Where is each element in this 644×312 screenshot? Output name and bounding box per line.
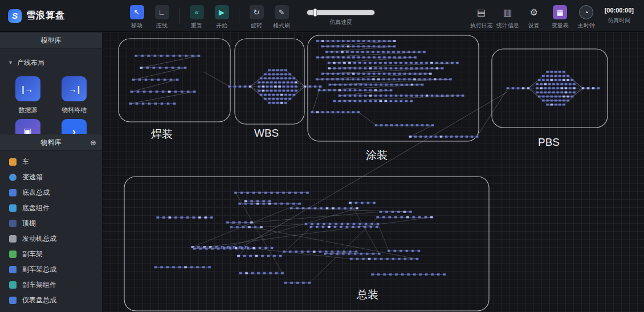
toolbar-separator [179, 7, 180, 24]
simulation-speed-control: 仿真速度 [307, 5, 375, 26]
statistics-button[interactable]: ▥ 统计信息 [496, 2, 519, 30]
simulation-time-value: [00:00:00] [605, 7, 634, 14]
model-library-header: 模型库 [0, 32, 102, 49]
format-painter-icon: ✎ [275, 5, 289, 19]
material-item-roof[interactable]: 顶棚 [0, 216, 102, 231]
chassis-component-icon [9, 204, 17, 212]
logo: S 雪浪算盘 [0, 9, 103, 23]
material-item-chassis-assembly[interactable]: 底盘总成 [0, 185, 102, 200]
material-item-chassis-component[interactable]: 底盘组件 [0, 200, 102, 216]
connect-line-icon: ∟ [155, 5, 169, 19]
move-tool-button[interactable]: ↖ 移动 [125, 2, 148, 30]
region-painting[interactable]: 涂装 [308, 35, 479, 161]
material-library-header: 物料库 ⊕ [0, 134, 102, 151]
region-label-painting: 涂装 [366, 149, 388, 161]
execution-log-button[interactable]: ▤ 执行日志 [470, 2, 493, 30]
model-item-grid: |→ 数据源 →| 物料终结 [0, 73, 102, 119]
add-material-icon[interactable]: ⊕ [90, 138, 96, 147]
region-pbs[interactable]: PBS [492, 49, 608, 148]
model-item-material-end[interactable]: →| 物料终结 [62, 76, 87, 114]
material-item-dashboard-assembly[interactable]: 仪表盘总成 [0, 293, 102, 308]
material-item-subframe[interactable]: 副车架 [0, 247, 102, 262]
material-item-car[interactable]: 车 [0, 154, 102, 170]
model-item-partial[interactable]: ▣ [15, 119, 40, 134]
clock-icon: ◔ [579, 5, 593, 19]
model-item-grid-partial: ▣ › [0, 119, 102, 134]
material-item-engine-assembly[interactable]: 发动机总成 [0, 231, 102, 247]
subframe-icon [9, 251, 17, 258]
tool-group-right: ▤ 执行日志 ▥ 统计信息 ⚙ 设置 ▦ 变量表 ◔ 主时钟 [00:00:00… [470, 2, 644, 30]
move-cursor-icon: ↖ [130, 5, 144, 19]
main-clock-button[interactable]: ◔ 主时钟 [575, 2, 598, 30]
model-item-partial[interactable]: › [62, 119, 87, 134]
start-button[interactable]: ▶ 开始 [210, 2, 233, 30]
region-outline-assembly [124, 176, 489, 311]
region-assembly[interactable]: 总装 [124, 176, 489, 311]
region-outline-wbs [235, 39, 304, 124]
dashboard-assembly-icon [9, 297, 17, 304]
simulation-canvas[interactable]: 焊装WBS涂装PBS总装 [103, 32, 644, 312]
simulation-time-label: 仿真时间 [608, 17, 630, 24]
gearbox-icon [9, 174, 17, 181]
statistics-icon: ▥ [500, 5, 515, 19]
datasource-icon: |→ [15, 76, 40, 101]
material-item-gearbox[interactable]: 变速箱 [0, 170, 102, 185]
logo-icon: S [8, 9, 22, 23]
simulation-speed-label: 仿真速度 [329, 18, 352, 26]
variable-table-button[interactable]: ▦ 变量表 [549, 2, 572, 30]
chassis-assembly-icon [9, 189, 17, 196]
reset-button[interactable]: « 重置 [185, 2, 208, 30]
simulation-time-display: [00:00:00] 仿真时间 [605, 2, 634, 24]
region-label-assembly: 总装 [356, 289, 378, 301]
gear-icon: ⚙ [527, 5, 541, 19]
region-label-welding: 焊装 [151, 128, 173, 140]
group-production-layout[interactable]: ▼ 产线布局 [0, 52, 102, 73]
app-window: S 雪浪算盘 ↖ 移动 ∟ 连线 « 重置 ▶ 开始 [0, 0, 644, 312]
engine-icon [9, 235, 17, 243]
tool-group-select: ↖ 移动 ∟ 连线 [125, 2, 173, 30]
variable-table-icon: ▦ [553, 5, 567, 19]
simulation-speed-slider[interactable] [307, 10, 375, 15]
logo-text: 雪浪算盘 [26, 10, 65, 22]
connect-tool-button[interactable]: ∟ 连线 [150, 2, 173, 30]
slider-handle[interactable] [313, 9, 317, 17]
toolbar-separator [239, 7, 239, 24]
material-list: 车 变速箱 底盘总成 底盘组件 顶棚 [0, 151, 102, 312]
chevron-down-icon: ▼ [8, 60, 13, 65]
play-icon: ▶ [215, 5, 229, 19]
material-item-subframe-component[interactable]: 副车架组件 [0, 277, 102, 293]
format-painter-button[interactable]: ✎ 格式刷 [270, 2, 293, 30]
roof-icon [9, 220, 17, 227]
rotate-button[interactable]: ↻ 旋转 [245, 2, 268, 30]
top-toolbar: S 雪浪算盘 ↖ 移动 ∟ 连线 « 重置 ▶ 开始 [0, 0, 644, 32]
reset-icon: « [190, 5, 204, 19]
material-end-icon: →| [62, 76, 87, 101]
region-welding[interactable]: 焊装 [119, 39, 230, 140]
document-icon: ▤ [474, 5, 488, 19]
left-sidebar: 模型库 ▼ 产线布局 |→ 数据源 →| 物料终结 ▣ › [0, 32, 103, 312]
tool-group-edit: ↻ 旋转 ✎ 格式刷 [245, 2, 293, 30]
region-label-pbs: PBS [538, 136, 560, 148]
tool-group-playback: « 重置 ▶ 开始 [185, 2, 233, 30]
car-icon [9, 158, 17, 166]
material-item-subframe-assembly[interactable]: 副车架总成 [0, 262, 102, 277]
subframe-assembly-icon [9, 266, 17, 273]
settings-button[interactable]: ⚙ 设置 [523, 2, 545, 30]
region-label-wbs: WBS [254, 127, 279, 139]
rotate-icon: ↻ [250, 5, 264, 19]
model-item-datasource[interactable]: |→ 数据源 [15, 76, 40, 114]
canvas-svg[interactable]: 焊装WBS涂装PBS总装 [103, 32, 644, 312]
subframe-component-icon [9, 281, 17, 289]
